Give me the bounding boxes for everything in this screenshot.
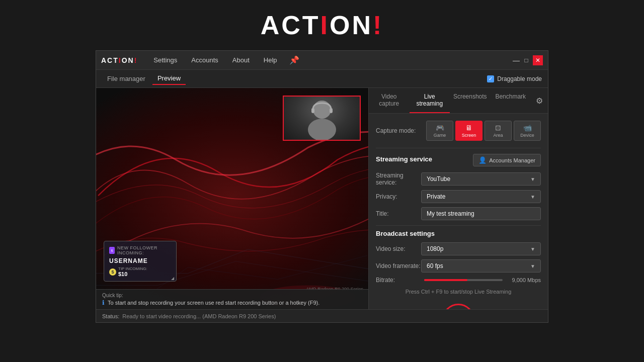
privacy-select[interactable]: Private ▼ <box>421 190 541 203</box>
bitrate-fill <box>424 279 467 281</box>
chevron-down-icon-4: ▼ <box>530 263 535 269</box>
video-size-select[interactable]: 1080p ▼ <box>421 242 541 255</box>
broadcast-settings-section: Broadcast settings Video size: 1080p ▼ V… <box>376 230 541 284</box>
accounts-manager-icon: 👤 <box>478 156 487 164</box>
preview-area: t NEW FOLLOWER INCOMING: USERNAME $ TIP … <box>96 88 368 309</box>
divider-1 <box>376 148 541 148</box>
chevron-down-icon-3: ▼ <box>530 246 535 252</box>
svg-rect-5 <box>330 108 333 113</box>
video-size-value: 1080p <box>427 245 443 252</box>
app-header: ACTION! <box>0 0 644 50</box>
nav-help[interactable]: Help <box>258 54 283 66</box>
notification-header: t NEW FOLLOWER INCOMING: <box>109 245 171 255</box>
shortcut-hint: Press Ctrl + F9 to start/stop Live Strea… <box>376 289 541 295</box>
subnav-preview[interactable]: Preview <box>152 72 186 85</box>
draggable-mode-toggle[interactable]: ✓ Draggable mode <box>487 75 542 82</box>
framerate-value: 60 fps <box>427 262 443 269</box>
dollar-icon: $ <box>109 268 116 276</box>
tab-video-capture[interactable]: Video capture <box>369 88 410 113</box>
video-size-label: Video size: <box>376 245 421 252</box>
screen-icon: 🖥 <box>465 124 472 132</box>
capture-mode-label: Capture mode: <box>376 127 426 134</box>
streaming-service-section: Streaming service 👤 Accounts Manager Str… <box>376 152 541 220</box>
accounts-manager-label: Accounts Manager <box>489 157 535 163</box>
device-icon: 📹 <box>523 124 532 132</box>
twitch-icon: t <box>109 247 115 254</box>
status-text: Ready to start video recording... (AMD R… <box>122 313 276 319</box>
subnav-file-manager[interactable]: File manager <box>102 73 150 84</box>
quick-tip-text: ℹ To start and stop recording your scree… <box>102 299 362 306</box>
capture-area-btn[interactable]: ⊡ Area <box>485 121 512 141</box>
nav-accounts[interactable]: Accounts <box>185 54 224 66</box>
quick-tip-content: To start and stop recording your screen … <box>108 300 319 306</box>
bitrate-row: Bitrate: 9,000 Mbps <box>376 277 541 284</box>
capture-game-label: Game <box>434 133 446 138</box>
person-silhouette <box>297 97 347 140</box>
status-bar: Status: Ready to start video recording..… <box>96 309 548 322</box>
nav-about[interactable]: About <box>226 54 256 66</box>
tab-benchmark[interactable]: Benchmark <box>491 88 531 113</box>
draggable-checkbox[interactable]: ✓ <box>487 75 494 82</box>
bitrate-label: Bitrate: <box>376 277 421 284</box>
privacy-value: Private <box>427 193 445 200</box>
live-button-area: LIVE <box>376 299 541 309</box>
game-icon: 🎮 <box>436 124 444 132</box>
info-icon: ℹ <box>102 299 105 306</box>
minimize-button[interactable]: — <box>513 57 520 64</box>
window-controls: — □ ✕ <box>513 55 543 65</box>
title-input[interactable]: My test streaming <box>421 207 541 220</box>
notification-username: USERNAME <box>109 257 171 264</box>
preview-background: t NEW FOLLOWER INCOMING: USERNAME $ TIP … <box>96 88 368 309</box>
privacy-label: Privacy: <box>376 193 421 200</box>
maximize-button[interactable]: □ <box>523 57 530 64</box>
nav-settings[interactable]: Settings <box>147 54 183 66</box>
capture-screen-label: Screen <box>462 133 476 138</box>
quick-tip-bar: Quick tip: ℹ To start and stop recording… <box>96 289 368 309</box>
framerate-select[interactable]: 60 fps ▼ <box>421 259 541 273</box>
framerate-label: Video framerate: <box>376 262 421 269</box>
status-label: Status: <box>102 313 119 319</box>
tip-label: TIP INCOMING: <box>118 266 147 271</box>
capture-game-btn[interactable]: 🎮 Game <box>426 121 453 141</box>
notification-card: t NEW FOLLOWER INCOMING: USERNAME $ TIP … <box>104 241 177 282</box>
privacy-row: Privacy: Private ▼ <box>376 190 541 203</box>
tab-screenshots[interactable]: Screenshots <box>450 88 491 113</box>
close-button[interactable]: ✕ <box>533 55 543 65</box>
title-row: Title: My test streaming <box>376 207 541 220</box>
sub-nav: File manager Preview ✓ Draggable mode <box>96 70 548 88</box>
capture-device-btn[interactable]: 📹 Device <box>514 121 541 141</box>
streaming-service-title: Streaming service <box>376 155 432 163</box>
titlebar-logo: ACTION! <box>101 56 137 64</box>
capture-area-label: Area <box>493 133 503 138</box>
framerate-row: Video framerate: 60 fps ▼ <box>376 259 541 273</box>
capture-mode-row: Capture mode: 🎮 Game 🖥 Screen ⊡ Area <box>376 121 541 141</box>
webcam-overlay <box>283 96 361 141</box>
capture-mode-buttons: 🎮 Game 🖥 Screen ⊡ Area 📹 <box>426 121 541 141</box>
tab-live-streaming[interactable]: Live streaming <box>410 88 450 113</box>
content-area: t NEW FOLLOWER INCOMING: USERNAME $ TIP … <box>96 88 548 309</box>
streaming-service-row: Streaming service: YouTube ▼ <box>376 172 541 186</box>
panel-settings-icon[interactable]: ⚙ <box>531 88 548 113</box>
streaming-service-select[interactable]: YouTube ▼ <box>421 172 541 186</box>
service-header: Streaming service 👤 Accounts Manager <box>376 152 541 168</box>
webcam-person <box>284 97 360 140</box>
titlebar: ACTION! Settings Accounts About Help 📌 —… <box>96 51 548 70</box>
app-logo: ACTION! <box>261 10 384 40</box>
pin-icon[interactable]: 📌 <box>285 53 303 67</box>
chevron-down-icon-2: ▼ <box>530 194 535 200</box>
video-size-row: Video size: 1080p ▼ <box>376 242 541 255</box>
accounts-manager-button[interactable]: 👤 Accounts Manager <box>473 154 541 166</box>
bitrate-slider[interactable] <box>424 279 503 281</box>
tip-amount: $10 <box>118 271 147 277</box>
resize-handle[interactable]: ◢ <box>171 276 176 281</box>
main-window: ACTION! Settings Accounts About Help 📌 —… <box>96 50 548 323</box>
streaming-service-field-label: Streaming service: <box>376 172 421 186</box>
area-icon: ⊡ <box>495 124 501 132</box>
draggable-mode-label: Draggable mode <box>497 75 542 82</box>
capture-screen-btn[interactable]: 🖥 Screen <box>455 121 482 141</box>
streaming-service-value: YouTube <box>427 175 450 183</box>
live-button[interactable]: LIVE <box>442 304 474 309</box>
bitrate-value: 9,000 Mbps <box>506 277 541 283</box>
quick-tip-title: Quick tip: <box>102 293 362 298</box>
chevron-down-icon: ▼ <box>530 176 535 182</box>
